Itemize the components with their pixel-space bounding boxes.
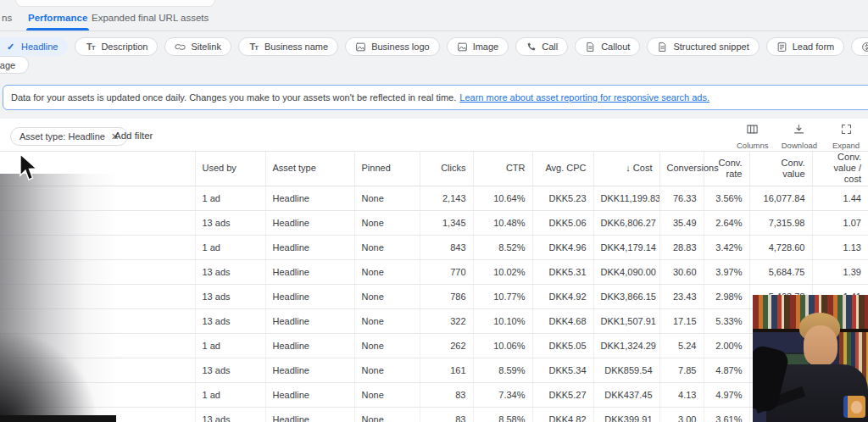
channel-logo xyxy=(843,396,865,418)
used-by-link[interactable]: 1 ad xyxy=(195,186,265,210)
asset-type-chip-price[interactable]: Price xyxy=(851,37,868,56)
column-header-ctr[interactable]: CTR xyxy=(473,152,532,186)
table-cell: 5.24 xyxy=(659,333,704,358)
table-header-row: Used byAsset typePinnedClicksCTRAvg. CPC… xyxy=(0,152,868,186)
table-cell: 8.59% xyxy=(473,358,532,382)
table-cell: 4.87% xyxy=(704,358,749,382)
expand-icon xyxy=(840,123,853,139)
table-cell: DKK399.91 xyxy=(593,407,659,422)
table-cell: Headline xyxy=(265,382,354,407)
action-label: Download xyxy=(782,141,817,150)
asset-type-chip-callout[interactable]: Callout xyxy=(575,37,640,56)
chip-label: Lead form xyxy=(793,42,835,52)
table-cell: DKK1,507.91 xyxy=(593,308,659,333)
table-cell xyxy=(0,308,195,333)
table-row: 1 adHeadlineNone26210.06%DKK5.05DKK1,324… xyxy=(0,333,868,358)
asset-type-chip-row: ✓HeadlineTTDescriptionSitelinkTTBusiness… xyxy=(0,37,868,56)
active-filter-label: Asset type: Headline xyxy=(19,131,105,142)
check-icon: ✓ xyxy=(5,42,16,53)
table-cell: Headline xyxy=(265,259,354,284)
table-cell: 83 xyxy=(420,407,473,422)
asset-type-chip-partial[interactable]: age xyxy=(0,56,29,74)
used-by-link[interactable]: 1 ad xyxy=(195,333,265,358)
column-header-conv-value[interactable]: Conv. value xyxy=(749,152,812,186)
column-header-used-by[interactable]: Used by xyxy=(195,152,265,186)
table-cell: DKK5.23 xyxy=(532,186,593,210)
asset-type-chip-headline[interactable]: ✓Headline xyxy=(0,37,68,56)
table-cell: 262 xyxy=(420,333,473,358)
table-cell: 4.13 xyxy=(659,382,704,407)
column-header-conv-value-cost[interactable]: Conv. value / cost xyxy=(812,152,868,186)
table-cell: 4,728.60 xyxy=(749,235,812,259)
table-cell: DKK4,179.14 xyxy=(593,235,659,259)
table-cell: DKK6,806.27 xyxy=(593,210,659,235)
table-cell: DKK859.54 xyxy=(593,358,659,382)
table-cell: 161 xyxy=(420,358,473,382)
tab-expanded-final-url-assets[interactable]: Expanded final URL assets xyxy=(92,7,209,30)
used-by-link[interactable]: 13 ads xyxy=(195,284,265,308)
asset-type-chip-business-name[interactable]: TTBusiness name xyxy=(238,37,338,56)
used-by-link[interactable]: 13 ads xyxy=(195,259,265,284)
table-cell: DKK5.05 xyxy=(532,333,593,358)
top-cropped-panel xyxy=(15,0,215,7)
table-cell: 786 xyxy=(420,284,473,308)
document-icon xyxy=(585,42,596,53)
table-cell: 76.33 xyxy=(659,186,704,210)
table-cell: 10.02% xyxy=(473,259,532,284)
table-row: 13 adsHeadlineNone838.58%DKK4.82DKK399.9… xyxy=(0,407,868,422)
link-icon xyxy=(175,42,186,53)
table-cell: 3.56% xyxy=(704,186,749,210)
table-cell: DKK3,866.15 xyxy=(593,284,659,308)
phone-icon xyxy=(526,42,537,53)
table-cell: DKK4.82 xyxy=(532,407,593,422)
table-cell: 770 xyxy=(420,259,473,284)
table-cell xyxy=(0,382,195,407)
table-cell: DKK437.45 xyxy=(593,382,659,407)
columns-button[interactable]: Columns xyxy=(735,123,771,150)
image-icon xyxy=(457,42,468,53)
table-cell: 5,684.75 xyxy=(749,259,812,284)
column-header-conversions[interactable]: Conversions xyxy=(659,152,704,186)
asset-type-chip-image[interactable]: Image xyxy=(447,37,509,56)
chip-label: Headline xyxy=(21,42,58,52)
column-header-avg-cpc[interactable]: Avg. CPC xyxy=(532,152,593,186)
used-by-link[interactable]: 13 ads xyxy=(195,308,265,333)
add-filter-button[interactable]: Add filter xyxy=(114,130,153,141)
table-cell: None xyxy=(354,259,420,284)
learn-more-link[interactable]: Learn more about asset reporting for res… xyxy=(459,92,709,103)
action-label: Expand xyxy=(832,141,860,150)
asset-type-chip-description[interactable]: TTDescription xyxy=(75,37,158,56)
download-button[interactable]: Download xyxy=(782,123,817,150)
tab-partial-left[interactable]: ns xyxy=(2,7,12,30)
table-cell: 10.06% xyxy=(473,333,532,358)
used-by-link[interactable]: 1 ad xyxy=(195,382,265,407)
table-cell: 4.97% xyxy=(704,382,749,407)
column-header-clicks[interactable]: Clicks xyxy=(420,152,473,186)
active-filter-chip[interactable]: Asset type: Headline ✕ xyxy=(10,127,128,146)
column-header-pinned[interactable]: Pinned xyxy=(354,152,420,186)
chip-label: Image xyxy=(473,42,499,52)
asset-type-chip-business-logo[interactable]: Business logo xyxy=(345,37,440,56)
tab-performance[interactable]: Performance xyxy=(28,7,87,30)
asset-type-chip-lead-form[interactable]: Lead form xyxy=(766,37,845,56)
asset-type-chip-sitelink[interactable]: Sitelink xyxy=(164,37,231,56)
table-action-bar: ColumnsDownloadExpand xyxy=(735,123,864,150)
used-by-link[interactable]: 1 ad xyxy=(195,235,265,259)
used-by-link[interactable]: 13 ads xyxy=(195,210,265,235)
table-cell: DKK5.31 xyxy=(532,259,593,284)
table-cell: 1.07 xyxy=(812,210,868,235)
table-cell: 7.85 xyxy=(659,358,704,382)
tab-bar: ns Performance Expanded final URL assets xyxy=(0,7,868,31)
expand-button[interactable]: Expand xyxy=(828,123,864,150)
table-cell: 2,143 xyxy=(420,186,473,210)
columns-icon xyxy=(746,123,759,139)
column-header-asset-type[interactable]: Asset type xyxy=(265,152,354,186)
used-by-link[interactable]: 13 ads xyxy=(195,358,265,382)
action-label: Columns xyxy=(737,141,769,150)
column-header-cost[interactable]: ↓ Cost xyxy=(593,152,659,186)
asset-type-chip-call[interactable]: Call xyxy=(515,37,568,56)
table-cell: 10.48% xyxy=(473,210,532,235)
asset-type-chip-structured-snippet[interactable]: Structured snippet xyxy=(647,37,759,56)
used-by-link[interactable]: 13 ads xyxy=(195,407,265,422)
table-row: 13 adsHeadlineNone77010.02%DKK5.31DKK4,0… xyxy=(0,259,868,284)
